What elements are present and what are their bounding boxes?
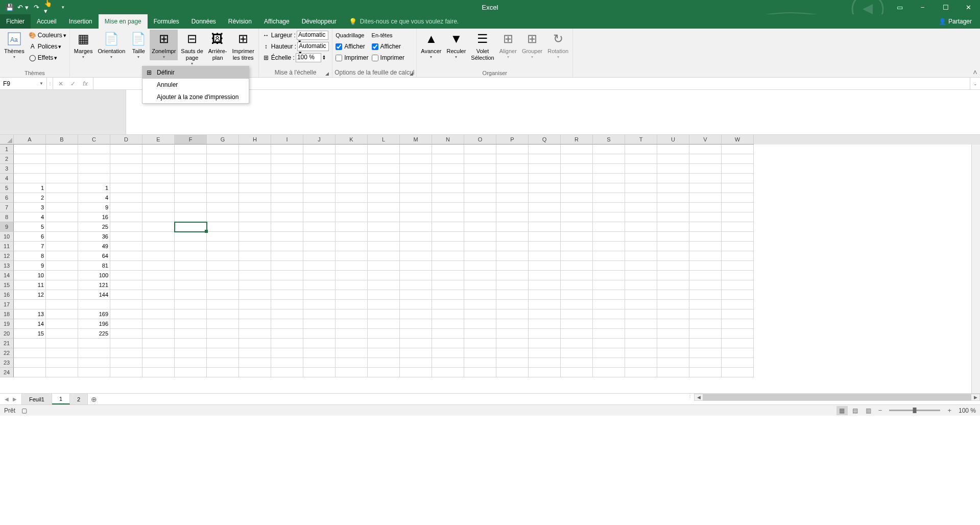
tab-formulas[interactable]: Formules — [148, 14, 185, 29]
cell-S3[interactable] — [593, 164, 625, 174]
cell-B12[interactable] — [46, 251, 78, 261]
background-button[interactable]: 🖼Arrière- plan — [206, 30, 229, 62]
tab-review[interactable]: Révision — [222, 14, 258, 29]
cell-T17[interactable] — [625, 300, 657, 309]
cell-J8[interactable] — [303, 212, 336, 222]
themes-button[interactable]: Aa Thèmes ▾ — [2, 30, 27, 60]
cell-R4[interactable] — [561, 174, 593, 183]
qat-customize-button[interactable]: ▾ — [57, 2, 68, 13]
cell-G22[interactable] — [207, 348, 239, 358]
hscroll-right[interactable]: ▶ — [971, 394, 979, 400]
cell-M15[interactable] — [400, 280, 432, 290]
touch-mode-button[interactable]: 👆▾ — [44, 2, 55, 13]
cell-V20[interactable] — [689, 329, 722, 339]
share-button[interactable]: 👤 Partager — [935, 14, 976, 29]
cell-A9[interactable]: 5 — [14, 222, 46, 232]
cell-Q17[interactable] — [529, 300, 561, 309]
cell-Q1[interactable] — [529, 145, 561, 154]
cell-J21[interactable] — [303, 339, 336, 348]
cell-A20[interactable]: 15 — [14, 329, 46, 339]
cell-F19[interactable] — [175, 319, 207, 329]
cell-J1[interactable] — [303, 145, 336, 154]
cell-C11[interactable]: 49 — [78, 242, 110, 251]
zoom-slider[interactable] — [889, 410, 940, 411]
cell-R24[interactable] — [561, 368, 593, 377]
cell-F9[interactable] — [175, 222, 207, 232]
cell-N5[interactable] — [432, 183, 464, 193]
cell-Q4[interactable] — [529, 174, 561, 183]
cell-O18[interactable] — [464, 309, 496, 319]
cell-A11[interactable]: 7 — [14, 242, 46, 251]
cell-H23[interactable] — [239, 358, 271, 368]
height-select[interactable]: Automatic ▾ — [297, 42, 329, 51]
cell-E3[interactable] — [142, 164, 175, 174]
col-header-U[interactable]: U — [657, 135, 689, 145]
headings-print-check[interactable]: Imprimer — [371, 52, 405, 63]
sheet-nav-next[interactable]: ▶ — [11, 396, 18, 402]
cell-J17[interactable] — [303, 300, 336, 309]
cell-G3[interactable] — [207, 164, 239, 174]
tab-developer[interactable]: Développeur — [296, 14, 343, 29]
cell-R8[interactable] — [561, 212, 593, 222]
cell-O5[interactable] — [464, 183, 496, 193]
scale-launcher[interactable]: ◢ — [325, 71, 329, 76]
cell-K9[interactable] — [336, 222, 368, 232]
col-header-I[interactable]: I — [271, 135, 303, 145]
cell-L16[interactable] — [368, 290, 400, 300]
cell-I19[interactable] — [271, 319, 303, 329]
cell-P17[interactable] — [496, 300, 529, 309]
cell-C17[interactable] — [78, 300, 110, 309]
cell-G4[interactable] — [207, 174, 239, 183]
zoom-level[interactable]: 100 % — [959, 407, 976, 414]
cell-M21[interactable] — [400, 339, 432, 348]
cell-C8[interactable]: 16 — [78, 212, 110, 222]
cell-Q16[interactable] — [529, 290, 561, 300]
cell-L7[interactable] — [368, 203, 400, 212]
sheet-tab-2[interactable]: 2 — [70, 394, 88, 404]
cell-W17[interactable] — [722, 300, 754, 309]
cell-S10[interactable] — [593, 232, 625, 242]
cell-O14[interactable] — [464, 271, 496, 280]
cell-I22[interactable] — [271, 348, 303, 358]
cell-Q11[interactable] — [529, 242, 561, 251]
dropdown-item-cancel[interactable]: Annuler — [142, 79, 249, 91]
cell-B9[interactable] — [46, 222, 78, 232]
cell-C21[interactable] — [78, 339, 110, 348]
cell-D12[interactable] — [110, 251, 142, 261]
cell-H4[interactable] — [239, 174, 271, 183]
cell-D9[interactable] — [110, 222, 142, 232]
cell-I16[interactable] — [271, 290, 303, 300]
cell-O22[interactable] — [464, 348, 496, 358]
cell-P18[interactable] — [496, 309, 529, 319]
cell-E24[interactable] — [142, 368, 175, 377]
cell-A18[interactable]: 13 — [14, 309, 46, 319]
cell-V24[interactable] — [689, 368, 722, 377]
cell-M18[interactable] — [400, 309, 432, 319]
cell-M8[interactable] — [400, 212, 432, 222]
cell-N6[interactable] — [432, 193, 464, 203]
cell-C1[interactable] — [78, 145, 110, 154]
page-break-view-button[interactable]: ▥ — [863, 406, 874, 415]
bring-forward-button[interactable]: ▲Avancer▾ — [419, 30, 443, 60]
cell-H19[interactable] — [239, 319, 271, 329]
print-area-button[interactable]: ⊞ZoneImpr▾ — [150, 30, 178, 60]
cell-D22[interactable] — [110, 348, 142, 358]
cell-M1[interactable] — [400, 145, 432, 154]
cell-I21[interactable] — [271, 339, 303, 348]
cell-G19[interactable] — [207, 319, 239, 329]
cell-C15[interactable]: 121 — [78, 280, 110, 290]
cell-J4[interactable] — [303, 174, 336, 183]
cell-N9[interactable] — [432, 222, 464, 232]
cell-H22[interactable] — [239, 348, 271, 358]
cell-O1[interactable] — [464, 145, 496, 154]
cell-T11[interactable] — [625, 242, 657, 251]
cell-B6[interactable] — [46, 193, 78, 203]
cell-J2[interactable] — [303, 154, 336, 164]
cell-R17[interactable] — [561, 300, 593, 309]
cell-J10[interactable] — [303, 232, 336, 242]
cell-P6[interactable] — [496, 193, 529, 203]
cell-G12[interactable] — [207, 251, 239, 261]
cell-Q5[interactable] — [529, 183, 561, 193]
cell-P8[interactable] — [496, 212, 529, 222]
cell-L5[interactable] — [368, 183, 400, 193]
